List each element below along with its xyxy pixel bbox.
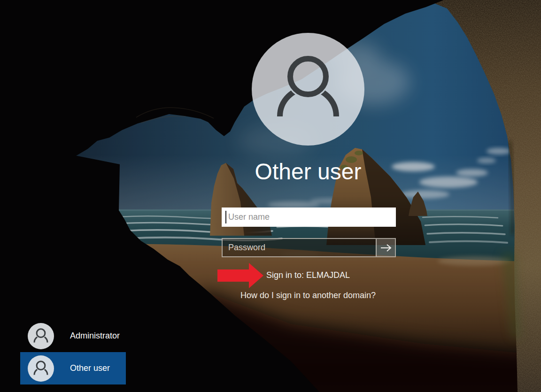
domain-help-link[interactable]: How do I sign in to another domain? bbox=[177, 291, 440, 300]
red-annotation-arrow bbox=[216, 261, 264, 292]
avatar-large bbox=[252, 33, 364, 146]
username-input[interactable] bbox=[222, 208, 396, 227]
user-list-item-other-user[interactable]: Other user bbox=[20, 352, 126, 384]
user-list-item-administrator[interactable]: Administrator bbox=[20, 320, 126, 352]
windows-sign-in-screen: Other user Sign in to: ELMAJDAL How do I… bbox=[0, 0, 541, 392]
password-field-wrap bbox=[222, 238, 396, 257]
username-field-wrap bbox=[222, 208, 396, 227]
user-name-label: Administrator bbox=[70, 331, 120, 341]
avatar-other-user bbox=[28, 355, 54, 382]
password-input[interactable] bbox=[223, 239, 376, 256]
text-caret bbox=[225, 211, 226, 223]
person-icon bbox=[28, 355, 54, 382]
avatar-administrator bbox=[28, 323, 54, 349]
person-icon bbox=[252, 33, 364, 146]
sign-in-to-domain-text: Sign in to: ELMAJDAL bbox=[177, 270, 440, 280]
submit-button[interactable] bbox=[376, 239, 395, 256]
arrow-right-icon bbox=[380, 243, 392, 253]
user-list: Administrator Other user bbox=[20, 320, 126, 384]
person-icon bbox=[28, 323, 54, 349]
user-name-label: Other user bbox=[70, 363, 110, 373]
signed-in-title: Other user bbox=[177, 159, 440, 184]
